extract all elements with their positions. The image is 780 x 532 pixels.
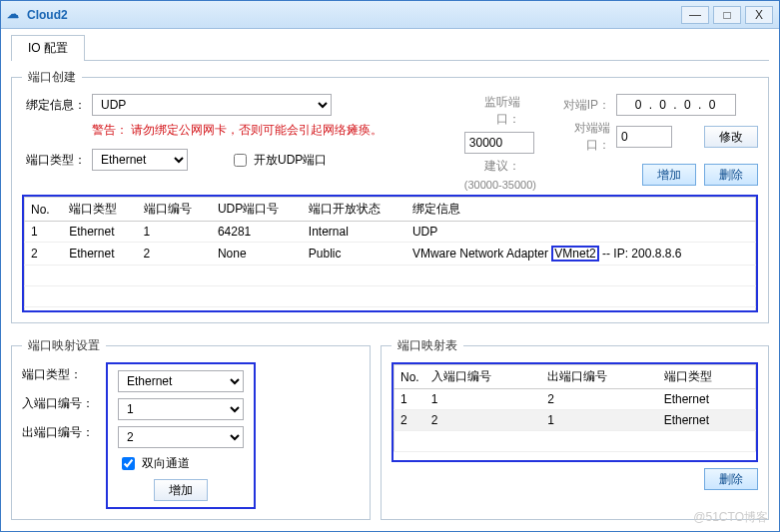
port-type-select[interactable]: Ethernet — [92, 149, 188, 171]
window-title: Cloud2 — [27, 8, 681, 22]
watermark: @51CTO博客 — [693, 509, 768, 526]
maptbl-legend: 端口映射表 — [391, 337, 463, 354]
port-mapping-settings-group: 端口映射设置 端口类型： 入端口编号： 出端口编号： Ethernet 1 2 … — [11, 337, 371, 520]
listen-port-input[interactable] — [464, 132, 534, 154]
delete-port-button[interactable]: 删除 — [704, 164, 758, 186]
port-mapping-table-group: 端口映射表 No. 入端口编号 出端口编号 端口类型 1 1 2 — [381, 337, 769, 520]
mapping-delete-button[interactable]: 删除 — [704, 468, 758, 490]
mapset-in-label: 入端口编号： — [22, 395, 94, 412]
mapping-table-row[interactable]: 2 2 1 Ethernet — [394, 410, 756, 431]
mapset-type-label: 端口类型： — [22, 366, 94, 383]
mapset-in-select[interactable]: 1 — [118, 398, 244, 420]
vmnet-highlight: VMnet2 — [551, 246, 598, 262]
tab-strip: IO 配置 — [11, 35, 769, 61]
port-create-legend: 端口创建 — [22, 69, 82, 86]
bidir-checkbox-input[interactable] — [122, 457, 135, 470]
mapset-add-button[interactable]: 增加 — [154, 479, 208, 501]
bind-cell-complex: VMware Network Adapter VMnet2 -- IP: 200… — [406, 243, 756, 266]
maximize-button[interactable]: □ — [713, 6, 741, 24]
bind-info-select[interactable]: UDP — [92, 94, 332, 116]
mapping-table-row[interactable]: 1 1 2 Ethernet — [394, 389, 756, 410]
port-table-header: No. 端口类型 端口编号 UDP端口号 端口开放状态 绑定信息 — [25, 198, 756, 222]
titlebar: ☁ Cloud2 — □ X — [1, 1, 779, 29]
mapset-legend: 端口映射设置 — [22, 337, 106, 354]
tab-io-config[interactable]: IO 配置 — [11, 35, 85, 61]
listen-port-label: 监听端口： — [464, 94, 520, 128]
mapping-table-header: No. 入端口编号 出端口编号 端口类型 — [394, 365, 756, 389]
peer-port-input[interactable] — [616, 126, 672, 148]
port-create-group: 端口创建 绑定信息： UDP 警告： 请勿绑定公网网卡，否则可能会引起网络瘫痪。… — [11, 69, 769, 323]
suggest-label: 建议： — [464, 158, 520, 175]
mapset-out-select[interactable]: 2 — [118, 426, 244, 448]
suggest-range: (30000-35000) — [464, 179, 536, 191]
mapset-controls-box: Ethernet 1 2 双向通道 增加 — [106, 362, 256, 509]
port-table-wrapper: No. 端口类型 端口编号 UDP端口号 端口开放状态 绑定信息 1 Ether… — [22, 195, 758, 312]
port-table-row[interactable]: 2 Ethernet 2 None Public VMware Network … — [25, 243, 756, 266]
open-udp-checkbox-input[interactable] — [234, 154, 247, 167]
mapset-type-select[interactable]: Ethernet — [118, 370, 244, 392]
mapping-table[interactable]: No. 入端口编号 出端口编号 端口类型 1 1 2 Ethernet — [393, 364, 756, 452]
mapset-out-label: 出端口编号： — [22, 424, 94, 441]
bidir-checkbox[interactable]: 双向通道 — [118, 454, 244, 473]
port-table-row[interactable]: 1 Ethernet 1 64281 Internal UDP — [25, 222, 756, 243]
open-udp-checkbox[interactable]: 开放UDP端口 — [230, 151, 327, 170]
add-port-button[interactable]: 增加 — [642, 164, 696, 186]
minimize-button[interactable]: — — [681, 6, 709, 24]
modify-button[interactable]: 修改 — [704, 126, 758, 148]
close-button[interactable]: X — [745, 6, 773, 24]
peer-port-label: 对端端口： — [554, 120, 610, 154]
bind-info-label: 绑定信息： — [22, 97, 86, 114]
app-window: ☁ Cloud2 — □ X IO 配置 端口创建 绑定信息： UDP — [0, 0, 780, 532]
app-logo-icon: ☁ — [7, 7, 23, 23]
peer-ip-input[interactable] — [616, 94, 736, 116]
port-type-label: 端口类型： — [22, 152, 86, 169]
bind-warning-text: 警告： 请勿绑定公网网卡，否则可能会引起网络瘫痪。 — [92, 122, 446, 139]
port-table[interactable]: No. 端口类型 端口编号 UDP端口号 端口开放状态 绑定信息 1 Ether… — [24, 197, 756, 312]
peer-ip-label: 对端IP： — [554, 97, 610, 114]
